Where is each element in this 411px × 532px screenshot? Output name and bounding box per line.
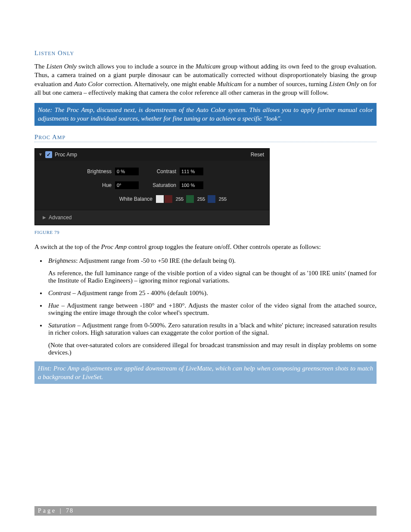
contrast-input[interactable]: 111 % xyxy=(180,168,203,175)
reset-button[interactable]: Reset xyxy=(251,152,266,158)
heading-listen-only: LISTEN ONLY xyxy=(34,50,377,57)
brightness-label: Brightness xyxy=(42,168,115,174)
contrast-label: Contrast xyxy=(139,168,180,174)
bullet-hue: Hue – Adjustment range between -180° and… xyxy=(47,302,377,317)
hue-input[interactable]: 0° xyxy=(115,181,139,189)
bullet-contrast: Contrast – Adjustment range from 25 - 40… xyxy=(47,289,377,297)
proc-amp-bullets: Brightness: Adjustment range from -50 to… xyxy=(34,257,377,356)
saturation-input[interactable]: 100 % xyxy=(180,181,203,189)
brightness-input[interactable]: 0 % xyxy=(115,168,139,175)
page-footer: Page | 78 xyxy=(34,506,377,516)
saturation-label: Saturation xyxy=(139,182,180,188)
proc-amp-header[interactable]: ▼ ✓ Proc Amp Reset xyxy=(35,149,269,161)
bullet-saturation-sub: (Note that over-saturated colors are con… xyxy=(48,342,377,356)
footer-label: Page | xyxy=(38,507,66,514)
proc-amp-title: Proc Amp xyxy=(55,152,77,158)
note-auto-color: Note: The Proc Amp, discussed next, is d… xyxy=(34,103,377,126)
wb-green-value[interactable]: 255 xyxy=(195,196,208,202)
proc-amp-toggle[interactable]: ✓ xyxy=(45,151,52,158)
expand-icon[interactable]: ▶ xyxy=(43,215,46,220)
white-balance-picker[interactable] xyxy=(156,195,164,203)
wb-blue-swatch xyxy=(208,195,215,203)
white-balance-label: White Balance xyxy=(115,196,156,202)
hint-box: Hint: Proc Amp adjustments are applied d… xyxy=(34,361,377,384)
page-number: 78 xyxy=(66,507,74,514)
wb-red-value[interactable]: 255 xyxy=(173,196,186,202)
bullet-saturation: Saturation – Adjustment range from 0-500… xyxy=(47,322,377,356)
advanced-label: Advanced xyxy=(49,215,72,221)
advanced-row[interactable]: ▶ Advanced xyxy=(35,210,269,225)
bullet-brightness: Brightness: Adjustment range from -50 to… xyxy=(47,257,377,284)
bullet-brightness-sub: As reference, the full luminance range o… xyxy=(48,270,377,284)
listen-only-paragraph: The Listen Only switch allows you to inc… xyxy=(34,62,377,97)
wb-blue-value[interactable]: 255 xyxy=(216,196,229,202)
heading-proc-amp: PROC AMP xyxy=(34,134,377,142)
collapse-icon[interactable]: ▼ xyxy=(38,152,43,157)
proc-amp-intro: A switch at the top of the Proc Amp cont… xyxy=(34,243,377,251)
proc-amp-panel: ▼ ✓ Proc Amp Reset Brightness 0 % Contra… xyxy=(34,148,270,225)
wb-red-swatch xyxy=(165,195,172,203)
wb-green-swatch xyxy=(186,195,194,203)
hue-label: Hue xyxy=(42,182,115,188)
figure-caption: FIGURE 79 xyxy=(34,230,377,235)
